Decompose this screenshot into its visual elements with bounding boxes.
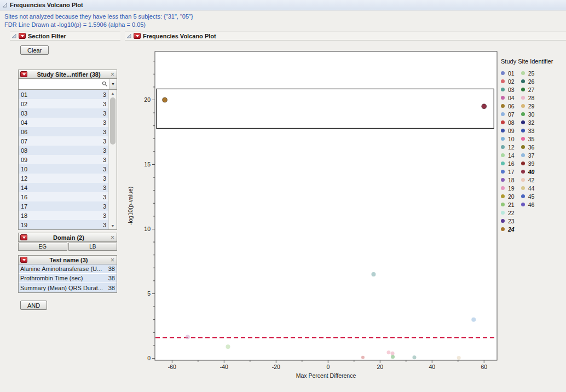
and-button[interactable]: AND xyxy=(20,301,47,310)
scrollbar[interactable]: ▲ ▼ xyxy=(108,90,117,229)
filter-list-item[interactable]: 063 xyxy=(19,127,108,136)
menu-button-icon[interactable] xyxy=(20,257,27,263)
disclosure-triangle-icon[interactable] xyxy=(126,33,131,38)
filter-list-item[interactable]: 103 xyxy=(19,164,108,174)
filter-list-item[interactable]: 073 xyxy=(19,136,108,146)
legend-item[interactable]: 45 xyxy=(521,192,535,200)
legend-item[interactable]: 42 xyxy=(521,176,535,184)
legend-item[interactable]: 32 xyxy=(521,118,535,126)
legend-item[interactable]: 09 xyxy=(501,126,515,135)
legend-item[interactable]: 26 xyxy=(521,77,535,85)
legend-item[interactable]: 24 xyxy=(501,225,515,233)
legend-item[interactable]: 25 xyxy=(521,69,535,77)
filter-list-item[interactable]: 123 xyxy=(19,174,108,183)
domain-button-lb[interactable]: LB xyxy=(68,243,118,251)
legend-label: 22 xyxy=(508,210,515,216)
legend-item[interactable]: 23 xyxy=(501,217,515,225)
legend-item[interactable]: 01 xyxy=(501,69,515,77)
legend-item[interactable]: 40 xyxy=(521,168,535,176)
legend-item[interactable]: 44 xyxy=(521,184,535,192)
legend-item[interactable]: 27 xyxy=(521,85,535,94)
legend-swatch xyxy=(501,137,505,141)
close-icon[interactable]: × xyxy=(110,71,115,78)
filter-list-item[interactable]: 083 xyxy=(19,146,108,155)
legend-item[interactable]: 37 xyxy=(521,151,535,159)
study-site-filter-panel: Study Site...ntifier (38) × ▼ 0130230330… xyxy=(18,70,117,230)
legend-item[interactable]: 12 xyxy=(501,143,515,151)
volcano-plot-svg[interactable]: -60-40-20020406005101520Max Percent Diff… xyxy=(125,41,503,387)
legend-item[interactable]: 28 xyxy=(521,94,535,102)
legend-label: 42 xyxy=(528,177,535,183)
legend-label: 07 xyxy=(508,111,515,118)
legend-label: 45 xyxy=(528,193,535,200)
legend-swatch xyxy=(501,71,505,75)
chevron-down-icon[interactable]: ▼ xyxy=(109,79,117,89)
legend-item[interactable]: 30 xyxy=(521,110,535,118)
legend-label: 03 xyxy=(508,87,515,93)
test-name-item[interactable]: Summary (Mean) QRS Durat...38 xyxy=(19,283,117,292)
legend-item[interactable]: 06 xyxy=(501,102,515,110)
legend-swatch xyxy=(521,145,525,149)
legend-swatch xyxy=(501,145,505,149)
filter-list-item[interactable]: 013 xyxy=(19,90,108,99)
filter-list-item[interactable]: 033 xyxy=(19,108,108,118)
legend-item[interactable]: 29 xyxy=(521,102,535,110)
section-headers-row: Section Filter Frequencies Volcano Plot xyxy=(0,31,566,41)
filter-item-label: 10 xyxy=(21,166,99,172)
svg-text:20: 20 xyxy=(377,364,383,370)
scrollbar-track[interactable] xyxy=(109,97,117,222)
clear-button[interactable]: Clear xyxy=(20,45,49,55)
legend-item[interactable]: 04 xyxy=(501,94,515,102)
legend-item[interactable]: 21 xyxy=(501,200,515,209)
domain-button-eg[interactable]: EG xyxy=(18,243,67,251)
legend-label: 12 xyxy=(508,144,515,151)
legend-item[interactable]: 10 xyxy=(501,135,515,143)
disclosure-triangle-icon[interactable] xyxy=(11,33,16,38)
legend-item[interactable]: 19 xyxy=(501,184,515,192)
search-input[interactable] xyxy=(19,81,100,88)
legend-item[interactable]: 33 xyxy=(521,126,535,135)
test-name-item[interactable]: Prothrombin Time (sec)38 xyxy=(19,274,117,283)
scroll-up-icon[interactable]: ▲ xyxy=(109,90,117,97)
legend-item[interactable]: 17 xyxy=(501,168,515,176)
filter-list-item[interactable]: 163 xyxy=(19,192,108,201)
legend-item[interactable]: 22 xyxy=(501,209,515,217)
legend-item[interactable]: 16 xyxy=(501,159,515,168)
legend-item[interactable]: 07 xyxy=(501,110,515,118)
legend-label: 36 xyxy=(528,144,535,151)
filter-list-item[interactable]: 043 xyxy=(19,118,108,127)
legend-item[interactable]: 39 xyxy=(521,159,535,168)
legend-item[interactable]: 20 xyxy=(501,192,515,200)
filter-list-item[interactable]: 173 xyxy=(19,201,108,211)
scroll-down-icon[interactable]: ▼ xyxy=(109,222,117,229)
legend-item[interactable]: 18 xyxy=(501,176,515,184)
legend-item[interactable]: 35 xyxy=(521,135,535,143)
filter-list-item[interactable]: 193 xyxy=(19,220,108,229)
close-icon[interactable]: × xyxy=(110,257,115,263)
legend-item[interactable]: 02 xyxy=(501,77,515,85)
legend-swatch xyxy=(501,112,505,116)
test-name-item[interactable]: Alanine Aminotransferase (U...38 xyxy=(19,264,117,274)
filter-pane: Clear Study Site...ntifier (38) × ▼ 0130… xyxy=(0,41,125,392)
menu-button-icon[interactable] xyxy=(20,71,27,77)
disclosure-triangle-icon[interactable] xyxy=(2,3,7,8)
filter-item-label: 14 xyxy=(21,185,99,191)
filter-list-item[interactable]: 183 xyxy=(19,211,108,220)
menu-button-icon[interactable] xyxy=(20,234,27,240)
scrollbar-thumb[interactable] xyxy=(110,97,115,145)
menu-button-icon[interactable] xyxy=(134,33,141,39)
filter-list-item[interactable]: 093 xyxy=(19,155,108,164)
filter-list-item[interactable]: 143 xyxy=(19,183,108,192)
menu-button-icon[interactable] xyxy=(19,33,26,39)
search-icon[interactable] xyxy=(100,81,109,87)
legend-item[interactable]: 08 xyxy=(501,118,515,126)
filter-item-count: 3 xyxy=(99,101,106,107)
filter-item-label: 12 xyxy=(21,175,99,182)
volcano-plot-header: Frequencies Volcano Plot xyxy=(125,31,566,41)
legend-item[interactable]: 36 xyxy=(521,143,535,151)
legend-item[interactable]: 03 xyxy=(501,85,515,94)
legend-item[interactable]: 46 xyxy=(521,200,535,209)
close-icon[interactable]: × xyxy=(110,234,115,241)
filter-list-item[interactable]: 023 xyxy=(19,99,108,108)
legend-item[interactable]: 14 xyxy=(501,151,515,159)
